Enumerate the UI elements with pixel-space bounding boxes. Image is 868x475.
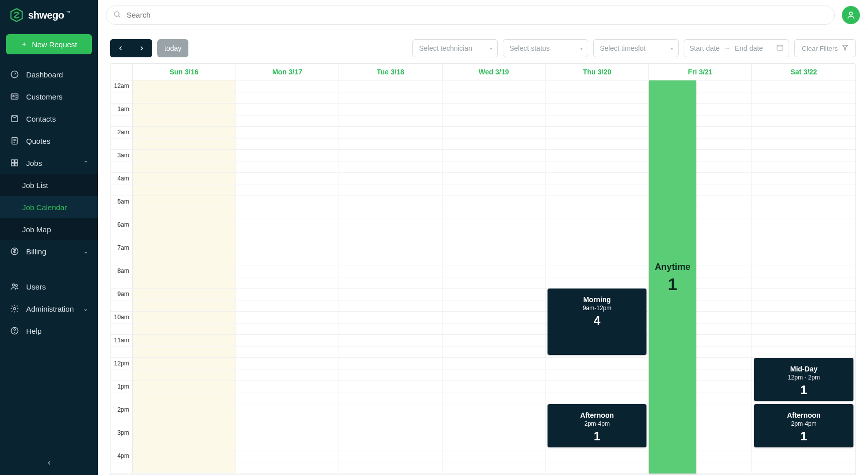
sidebar-item-dashboard[interactable]: Dashboard <box>0 63 98 85</box>
calendar-hour-cell[interactable] <box>443 127 546 150</box>
calendar-hour-cell[interactable] <box>546 104 648 127</box>
calendar-hour-cell[interactable] <box>236 173 339 196</box>
calendar-hour-cell[interactable] <box>133 150 236 173</box>
sidebar-item-users[interactable]: Users <box>0 275 98 298</box>
calendar-hour-cell[interactable] <box>133 127 236 150</box>
calendar-hour-cell[interactable] <box>443 427 546 450</box>
calendar-hour-cell[interactable] <box>546 173 648 196</box>
calendar-event[interactable]: Morning 9am-12pm 4 <box>548 289 646 355</box>
calendar-hour-cell[interactable] <box>443 265 546 289</box>
calendar-hour-cell[interactable] <box>443 196 546 219</box>
calendar-hour-cell[interactable] <box>752 127 855 150</box>
calendar-hour-cell[interactable] <box>443 404 546 427</box>
sidebar-item-help[interactable]: Help <box>0 320 98 342</box>
calendar-hour-cell[interactable] <box>443 173 546 196</box>
sidebar-subitem-job-list[interactable]: Job List <box>0 174 98 196</box>
calendar-hour-cell[interactable] <box>339 312 442 335</box>
calendar-hour-cell[interactable] <box>236 335 339 358</box>
calendar-hour-cell[interactable] <box>752 265 855 289</box>
prev-week-button[interactable] <box>110 39 131 57</box>
calendar-hour-cell[interactable] <box>443 335 546 358</box>
sidebar-item-quotes[interactable]: Quotes <box>0 130 98 152</box>
calendar-hour-cell[interactable] <box>752 312 855 335</box>
calendar-hour-cell[interactable] <box>339 404 442 427</box>
calendar-hour-cell[interactable] <box>339 265 442 289</box>
calendar-hour-cell[interactable] <box>546 196 648 219</box>
calendar-day-column[interactable]: Mid-Day 12pm - 2pm 1Afternoon 2pm-4pm 1 <box>752 80 855 473</box>
calendar-hour-cell[interactable] <box>236 404 339 427</box>
calendar-hour-cell[interactable] <box>546 450 648 473</box>
calendar-hour-cell[interactable] <box>133 312 236 335</box>
calendar-hour-cell[interactable] <box>443 104 546 127</box>
calendar-hour-cell[interactable] <box>443 312 546 335</box>
sidebar-collapse-button[interactable] <box>0 450 98 475</box>
calendar-hour-cell[interactable] <box>443 450 546 473</box>
sidebar-item-administration[interactable]: Administration⌄ <box>0 298 98 320</box>
calendar-hour-cell[interactable] <box>236 127 339 150</box>
calendar-event[interactable]: Mid-Day 12pm - 2pm 1 <box>754 358 853 401</box>
calendar-hour-cell[interactable] <box>752 80 855 104</box>
sidebar-item-contacts[interactable]: Contacts <box>0 108 98 130</box>
calendar-hour-cell[interactable] <box>133 289 236 312</box>
sidebar-subitem-job-map[interactable]: Job Map <box>0 218 98 240</box>
calendar-hour-cell[interactable] <box>752 289 855 312</box>
calendar-hour-cell[interactable] <box>133 104 236 127</box>
calendar-hour-cell[interactable] <box>443 150 546 173</box>
calendar-hour-cell[interactable] <box>339 289 442 312</box>
calendar-hour-cell[interactable] <box>546 242 648 265</box>
sidebar-subitem-job-calendar[interactable]: Job Calendar <box>0 196 98 218</box>
calendar-hour-cell[interactable] <box>752 450 855 473</box>
calendar-hour-cell[interactable] <box>133 335 236 358</box>
calendar-hour-cell[interactable] <box>133 381 236 404</box>
calendar-day-column[interactable] <box>339 80 443 473</box>
next-week-button[interactable] <box>131 39 152 57</box>
new-request-button[interactable]: ＋ New Request <box>6 34 92 54</box>
timeslot-select[interactable]: Select timeslot ▾ <box>593 39 679 57</box>
calendar-hour-cell[interactable] <box>443 219 546 242</box>
calendar-hour-cell[interactable] <box>133 450 236 473</box>
calendar-hour-cell[interactable] <box>546 127 648 150</box>
calendar-hour-cell[interactable] <box>752 196 855 219</box>
date-range-picker[interactable]: Start date → End date <box>684 39 789 57</box>
calendar-hour-cell[interactable] <box>236 104 339 127</box>
calendar-hour-cell[interactable] <box>236 265 339 289</box>
calendar-hour-cell[interactable] <box>339 127 442 150</box>
calendar-hour-cell[interactable] <box>443 289 546 312</box>
calendar-hour-cell[interactable] <box>133 219 236 242</box>
calendar-day-column[interactable]: Anytime 1 <box>649 80 752 473</box>
calendar-hour-cell[interactable] <box>752 150 855 173</box>
calendar-hour-cell[interactable] <box>339 104 442 127</box>
calendar-hour-cell[interactable] <box>546 219 648 242</box>
calendar-hour-cell[interactable] <box>236 219 339 242</box>
calendar-hour-cell[interactable] <box>546 265 648 289</box>
calendar-hour-cell[interactable] <box>339 381 442 404</box>
calendar-hour-cell[interactable] <box>133 242 236 265</box>
calendar-hour-cell[interactable] <box>339 242 442 265</box>
calendar-event[interactable]: Afternoon 2pm-4pm 1 <box>548 404 646 447</box>
calendar-hour-cell[interactable] <box>236 242 339 265</box>
calendar-hour-cell[interactable] <box>339 358 442 381</box>
calendar-hour-cell[interactable] <box>133 173 236 196</box>
calendar-day-column[interactable] <box>133 80 236 473</box>
calendar-hour-cell[interactable] <box>339 196 442 219</box>
calendar-hour-cell[interactable] <box>752 104 855 127</box>
calendar-hour-cell[interactable] <box>339 173 442 196</box>
technician-select[interactable]: Select technician ▾ <box>412 39 498 57</box>
calendar-event[interactable]: Afternoon 2pm-4pm 1 <box>754 404 853 447</box>
calendar-hour-cell[interactable] <box>236 150 339 173</box>
calendar-hour-cell[interactable] <box>236 312 339 335</box>
calendar-hour-cell[interactable] <box>133 196 236 219</box>
sidebar-item-jobs[interactable]: Jobs⌃ <box>0 152 98 174</box>
calendar-hour-cell[interactable] <box>752 173 855 196</box>
calendar-hour-cell[interactable] <box>133 404 236 427</box>
calendar-hour-cell[interactable] <box>236 450 339 473</box>
calendar-hour-cell[interactable] <box>546 381 648 404</box>
calendar-day-column[interactable] <box>443 80 546 473</box>
calendar-hour-cell[interactable] <box>443 242 546 265</box>
calendar-hour-cell[interactable] <box>339 80 442 104</box>
calendar-hour-cell[interactable] <box>752 242 855 265</box>
calendar-hour-cell[interactable] <box>752 335 855 358</box>
calendar-hour-cell[interactable] <box>546 80 648 104</box>
calendar-hour-cell[interactable] <box>443 358 546 381</box>
calendar-hour-cell[interactable] <box>236 427 339 450</box>
